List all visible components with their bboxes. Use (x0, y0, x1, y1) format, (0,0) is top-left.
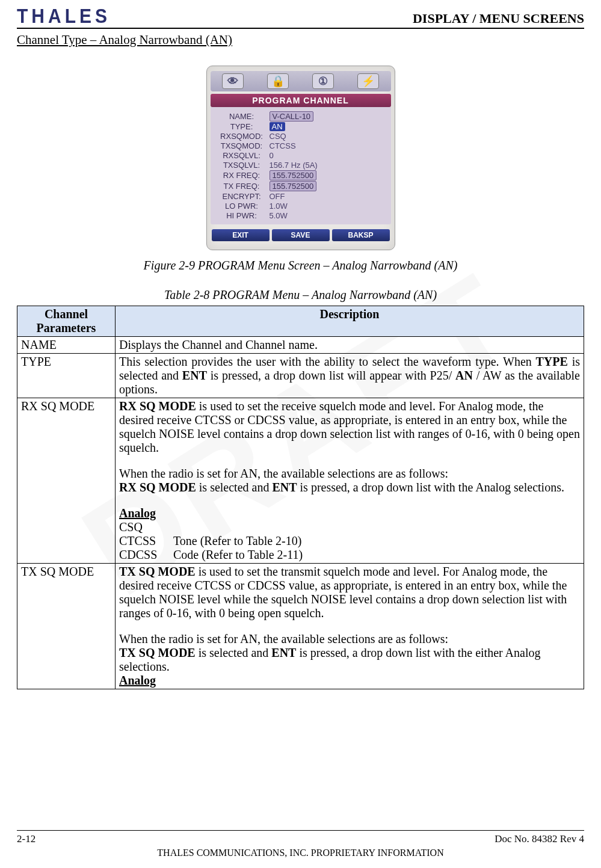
txt-bold: RX SQ MODE (119, 481, 196, 494)
table-caption: Table 2-8 PROGRAM Menu – Analog Narrowba… (17, 288, 584, 302)
col-desc: Description (116, 306, 584, 337)
device-row: RXSQMOD:CSQ (214, 132, 387, 141)
param-name: RX SQ MODE (17, 398, 116, 564)
device-row-value: AN (270, 122, 285, 131)
txt: CSQ (119, 520, 580, 534)
device-row-label: TXSQLVL: (214, 161, 270, 170)
device-row-label: TYPE: (214, 122, 270, 131)
page-number: 2-12 (17, 833, 35, 845)
device-row-label: TX FREQ: (214, 182, 270, 191)
device-row: TXSQMOD:CTCSS (214, 141, 387, 150)
param-desc: This selection provides the user with th… (116, 354, 584, 398)
device-row-label: RXSQLVL: (214, 151, 270, 160)
txt: CDCSS (119, 548, 173, 562)
device-btn-baksp[interactable]: BAKSP (332, 229, 390, 241)
table-row: NAME Displays the Channel and Channel na… (17, 337, 584, 354)
status-icon: ⚡ (357, 73, 379, 89)
device-row-value: 155.752500 (270, 181, 317, 191)
device-row: HI PWR:5.0W (214, 211, 387, 220)
device-row: RX FREQ:155.752500 (214, 170, 387, 180)
txt-bold: ENT (182, 369, 207, 382)
txt: When the radio is set for AN, the availa… (119, 632, 580, 646)
device-row-value: 1.0W (270, 202, 288, 211)
device-row-label: ENCRYPT: (214, 192, 270, 201)
txt: CTCSS (119, 534, 173, 548)
txt: is selected and (196, 481, 273, 494)
device-row: LO PWR:1.0W (214, 202, 387, 211)
txt-bold: TX SQ MODE (119, 646, 196, 659)
device-figure: 👁 🔒 ① ⚡ PROGRAM CHANNEL NAME:V-CALL-10TY… (17, 66, 584, 272)
doc-number: Doc No. 84382 Rev 4 (495, 833, 584, 845)
device-row-value: V-CALL-10 (270, 111, 314, 122)
txt-bold: ENT (271, 646, 296, 659)
txt-bold: TX SQ MODE (119, 565, 196, 578)
status-icon: 🔒 (267, 73, 289, 89)
device-row-label: TXSQMOD: (214, 141, 270, 150)
footer-proprietary: THALES COMMUNICATIONS, INC. PROPRIETARY … (17, 848, 584, 858)
param-desc: TX SQ MODE is used to set the transmit s… (116, 564, 584, 689)
txt-bold: RX SQ MODE (119, 399, 196, 413)
device-row-value: CSQ (270, 132, 286, 141)
txt: When the radio is set for AN, the availa… (119, 467, 580, 481)
param-name: NAME (17, 337, 116, 354)
device-row-label: RX FREQ: (214, 171, 270, 180)
device-row: TYPE:AN (214, 122, 387, 131)
table-row: TYPE This selection provides the user wi… (17, 354, 584, 398)
txt: Tone (Refer to Table 2-10) (173, 534, 301, 547)
status-icon: 👁 (222, 73, 244, 89)
device-row: ENCRYPT:OFF (214, 192, 387, 201)
device-row-value: CTCSS (270, 141, 296, 150)
brand-logo: THALES (17, 5, 111, 27)
section-title: Channel Type – Analog Narrowband (AN) (17, 32, 584, 48)
device-row: NAME:V-CALL-10 (214, 111, 387, 122)
txt-bold: TYPE (536, 355, 568, 368)
device-row-value: 0 (270, 151, 274, 160)
txt-bold: ENT (272, 481, 297, 494)
device-row-value: 155.752500 (270, 170, 317, 180)
device-mock: 👁 🔒 ① ⚡ PROGRAM CHANNEL NAME:V-CALL-10TY… (206, 66, 395, 250)
device-body: NAME:V-CALL-10TYPE:ANRXSQMOD:CSQTXSQMOD:… (211, 107, 391, 224)
device-btn-exit[interactable]: EXIT (212, 229, 270, 241)
txt: Code (Refer to Table 2-11) (173, 548, 303, 561)
analog-heading: Analog (119, 674, 156, 687)
device-row-label: HI PWR: (214, 211, 270, 220)
device-row-value: OFF (270, 192, 285, 201)
param-name: TX SQ MODE (17, 564, 116, 689)
param-table: Channel Parameters Description NAME Disp… (17, 306, 584, 689)
device-buttons: EXIT SAVE BAKSP (211, 229, 391, 241)
table-row: TX SQ MODE TX SQ MODE is used to set the… (17, 564, 584, 689)
device-row-label: LO PWR: (214, 202, 270, 211)
device-row-label: RXSQMOD: (214, 132, 270, 141)
param-name: TYPE (17, 354, 116, 398)
col-params: Channel Parameters (17, 306, 116, 337)
analog-heading: Analog (119, 506, 156, 520)
param-desc: RX SQ MODE is used to set the receive sq… (116, 398, 584, 564)
status-icon: ① (312, 73, 334, 89)
txt-bold: AN (455, 369, 473, 382)
device-row: TX FREQ:155.752500 (214, 181, 387, 191)
device-row-value: 156.7 Hz (5A) (270, 161, 318, 170)
device-row: TXSQLVL:156.7 Hz (5A) (214, 161, 387, 170)
param-desc: Displays the Channel and Channel name. (116, 337, 584, 354)
device-title: PROGRAM CHANNEL (211, 94, 391, 107)
table-row: RX SQ MODE RX SQ MODE is used to set the… (17, 398, 584, 564)
page-footer: 2-12 Doc No. 84382 Rev 4 THALES COMMUNIC… (17, 830, 584, 858)
page-header: THALES DISPLAY / MENU SCREENS (17, 6, 584, 29)
device-row-label: NAME: (214, 112, 270, 121)
device-btn-save[interactable]: SAVE (272, 229, 330, 241)
txt: is pressed, a drop down list will appear… (207, 369, 455, 382)
device-row: RXSQLVL:0 (214, 151, 387, 160)
device-iconbar: 👁 🔒 ① ⚡ (211, 71, 391, 91)
txt: is pressed, a drop down list with the An… (297, 481, 564, 494)
txt: This selection provides the user with th… (119, 355, 536, 368)
device-row-value: 5.0W (270, 211, 288, 220)
txt: is selected and (196, 646, 272, 659)
header-section: DISPLAY / MENU SCREENS (413, 11, 584, 26)
figure-caption: Figure 2-9 PROGRAM Menu Screen – Analog … (17, 259, 584, 272)
